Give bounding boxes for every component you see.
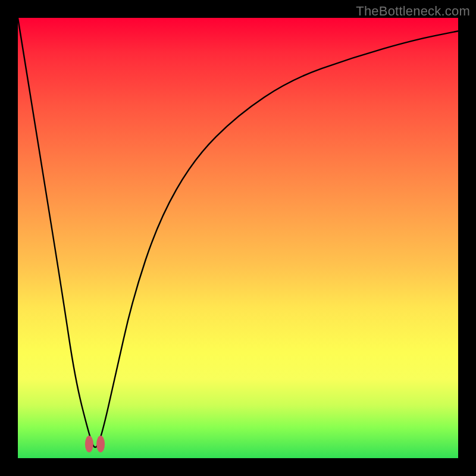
bottleneck-curve — [18, 18, 458, 458]
watermark-text: TheBottleneck.com — [356, 4, 470, 19]
chart-frame: TheBottleneck.com — [0, 0, 476, 476]
curve-path — [18, 18, 458, 447]
dip-lobe-right — [96, 436, 105, 452]
dip-lobe-left — [85, 436, 93, 452]
plot-area — [18, 18, 458, 458]
dip-marker — [85, 436, 105, 452]
